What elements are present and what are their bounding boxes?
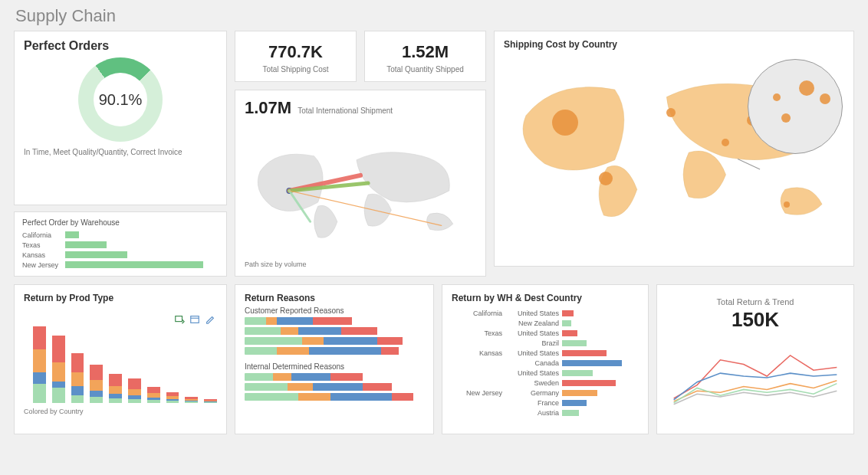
reason-bar[interactable] xyxy=(245,373,424,381)
shipping-cost-title: Shipping Cost by Country xyxy=(504,39,844,50)
wh-bar-label: Texas xyxy=(22,241,65,249)
zoom-bubble[interactable] xyxy=(781,113,791,123)
wh-group-label xyxy=(452,368,507,378)
reason-bar[interactable] xyxy=(245,337,424,345)
bar-segment xyxy=(52,336,65,362)
edit-icon[interactable] xyxy=(205,314,215,328)
dest-label: Austria xyxy=(507,408,559,418)
wh-bar-row[interactable]: Texas xyxy=(22,240,219,250)
intl-shipment-map[interactable] xyxy=(245,121,476,260)
trend-line[interactable] xyxy=(674,384,837,403)
prod-stacked-bar[interactable] xyxy=(71,353,84,403)
maximize-icon[interactable] xyxy=(189,314,200,328)
cost-bubble[interactable] xyxy=(552,110,578,136)
dest-bar[interactable] xyxy=(562,380,616,386)
zoom-bubble[interactable] xyxy=(799,80,814,96)
prod-stacked-bar[interactable] xyxy=(109,374,122,403)
wh-group-label: New Jersey xyxy=(452,388,507,398)
reason-segment xyxy=(266,317,277,325)
zoom-bubble[interactable] xyxy=(820,93,830,104)
reason-segment xyxy=(245,327,281,335)
prod-stacked-bar[interactable] xyxy=(185,397,198,403)
dest-label: Germany xyxy=(507,388,559,398)
intl-shipment-footer: Path size by volume xyxy=(245,260,476,268)
reason-segment xyxy=(245,393,298,401)
trend-line[interactable] xyxy=(674,373,837,400)
prod-stacked-bar[interactable] xyxy=(128,378,141,403)
perfect-orders-donut[interactable]: 90.1% xyxy=(78,57,163,142)
dest-bar[interactable] xyxy=(562,370,593,376)
cost-bubble[interactable] xyxy=(666,108,676,117)
dest-bar[interactable] xyxy=(562,330,577,336)
bar-segment xyxy=(147,387,160,393)
dest-bar[interactable] xyxy=(562,360,622,366)
dest-bar[interactable] xyxy=(562,310,574,316)
reason-segment xyxy=(324,337,377,345)
total-return-trend-card: Total Return & Trend 150K xyxy=(656,284,854,434)
return-by-prod-card: Return by Prod Type Colored by Country xyxy=(14,284,227,434)
wh-group-label xyxy=(452,318,507,328)
bar-segment xyxy=(128,399,141,403)
total-return-chart[interactable] xyxy=(666,338,844,414)
bar-segment xyxy=(90,380,103,391)
kpi-shipping-cost[interactable]: 770.7K Total Shipping Cost xyxy=(235,31,357,82)
reason-segment xyxy=(313,317,352,325)
bar-segment xyxy=(90,365,103,380)
kpi-qty-shipped[interactable]: 1.52M Total Quantity Shipped xyxy=(364,31,486,82)
bar-segment xyxy=(90,391,103,397)
cost-bubble[interactable] xyxy=(784,201,790,208)
dest-bar[interactable] xyxy=(562,410,579,416)
dest-bar[interactable] xyxy=(562,320,571,326)
cost-bubble[interactable] xyxy=(722,139,729,146)
prod-stacked-bar[interactable] xyxy=(52,336,65,403)
bar-segment xyxy=(109,374,122,386)
prod-stacked-bar[interactable] xyxy=(147,387,160,403)
dest-bar[interactable] xyxy=(562,350,607,356)
total-return-title: Total Return & Trend xyxy=(666,297,844,306)
export-icon[interactable] xyxy=(174,314,185,328)
reason-bar[interactable] xyxy=(245,317,424,325)
dest-label: United States xyxy=(507,308,559,318)
prod-stacked-bar[interactable] xyxy=(166,392,179,403)
reason-bar[interactable] xyxy=(245,393,424,401)
reason-segment xyxy=(245,337,302,345)
reason-bar[interactable] xyxy=(245,327,424,335)
reason-segment xyxy=(291,373,330,381)
wh-bar-row[interactable]: Kansas xyxy=(22,250,219,260)
reason-segment xyxy=(302,337,324,345)
wh-group-label xyxy=(452,408,507,418)
return-by-prod-chart[interactable] xyxy=(33,326,217,403)
map-zoom-lens[interactable] xyxy=(748,59,843,154)
zoom-bubble[interactable] xyxy=(773,93,781,101)
dest-bar[interactable] xyxy=(562,390,597,396)
bar-segment xyxy=(33,384,46,403)
return-by-prod-title: Return by Prod Type xyxy=(24,293,217,303)
return-by-prod-footer: Colored by Country xyxy=(24,408,217,415)
bar-segment xyxy=(109,398,122,403)
kpi-qty-shipped-label: Total Quantity Shipped xyxy=(370,65,481,74)
cost-bubble[interactable] xyxy=(599,172,613,185)
return-reasons-card: Return Reasons Customer Reported Reasons… xyxy=(235,284,434,434)
perfect-orders-percent: 90.1% xyxy=(78,57,163,142)
perfect-orders-card: Perfect Orders 90.1% In Time, Meet Quali… xyxy=(14,31,227,205)
page-title: Supply Chain xyxy=(0,0,868,31)
reason-bar[interactable] xyxy=(245,383,424,391)
prod-stacked-bar[interactable] xyxy=(204,399,217,403)
bar-segment xyxy=(52,388,65,403)
wh-bar-row[interactable]: New Jersey xyxy=(22,260,219,270)
dest-bar[interactable] xyxy=(562,340,587,346)
prod-stacked-bar[interactable] xyxy=(33,326,46,403)
return-by-wh-dest-card: Return by WH & Dest Country CaliforniaTe… xyxy=(442,284,649,434)
reason-bar[interactable] xyxy=(245,347,424,355)
wh-bar-row[interactable]: California xyxy=(22,230,219,240)
reason-segment xyxy=(245,317,266,325)
reason-segment xyxy=(288,383,313,391)
wh-bar-label: California xyxy=(22,231,65,239)
bar-segment xyxy=(147,400,160,403)
trend-line[interactable] xyxy=(674,391,837,404)
prod-stacked-bar[interactable] xyxy=(90,365,103,403)
perfect-orders-subtitle: In Time, Meet Quality/Quantity, Correct … xyxy=(24,148,217,156)
wh-bar xyxy=(65,251,127,258)
dest-bar[interactable] xyxy=(562,400,587,406)
wh-group-label xyxy=(452,338,507,348)
